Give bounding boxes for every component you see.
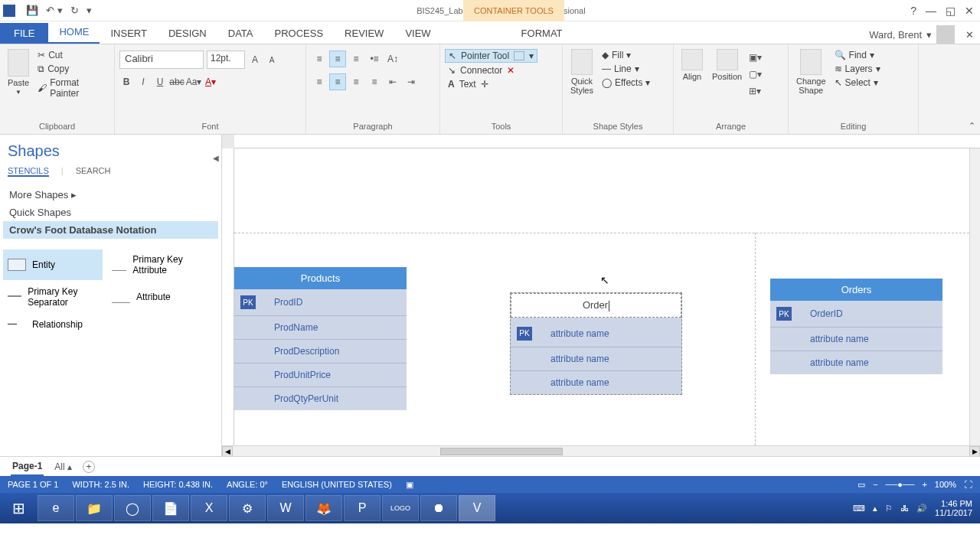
taskbar-visio[interactable]: V xyxy=(459,495,495,521)
taskbar-excel[interactable]: X xyxy=(191,495,227,521)
align-middle-button[interactable]: ≡ xyxy=(329,51,346,67)
attr-prodname[interactable]: ProdName xyxy=(274,322,318,333)
taskbar-recorder[interactable]: ⏺ xyxy=(420,495,457,521)
copy-button[interactable]: ⧉Copy xyxy=(35,63,109,75)
bold-button[interactable]: B xyxy=(119,75,133,89)
qat-customize-icon[interactable]: ▾ xyxy=(87,5,92,16)
delete-connector-icon[interactable]: ✕ xyxy=(507,65,514,76)
align-button[interactable]: Align xyxy=(678,47,706,83)
align-right-button[interactable]: ≡ xyxy=(348,73,364,90)
tab-design[interactable]: DESIGN xyxy=(158,23,217,44)
taskbar-explorer[interactable]: 📁 xyxy=(76,495,113,521)
attr-proddesc[interactable]: ProdDescription xyxy=(274,346,339,357)
restore-icon[interactable]: ◱ xyxy=(946,5,956,17)
indent-inc-button[interactable]: ⇥ xyxy=(403,73,420,90)
tray-keyboard-icon[interactable]: ⌨ xyxy=(853,504,865,514)
entity-order-editing[interactable]: Order PKattribute name attribute name at… xyxy=(510,292,682,395)
tray-flag-icon[interactable]: ⚐ xyxy=(885,504,893,514)
user-avatar-icon[interactable] xyxy=(936,25,955,44)
attr-placeholder[interactable]: attribute name xyxy=(550,328,609,339)
taskbar-ie[interactable]: e xyxy=(38,495,74,521)
attr-prodqty[interactable]: ProdQtyPerUnit xyxy=(274,393,338,404)
close-doc-icon[interactable]: ✕ xyxy=(965,29,974,41)
scroll-thumb[interactable] xyxy=(440,448,563,455)
tab-insert[interactable]: INSERT xyxy=(100,23,157,44)
user-name[interactable]: Ward, Brent xyxy=(869,29,922,41)
connection-point-icon[interactable]: ✛ xyxy=(481,79,488,90)
taskbar-logo[interactable]: LOGO xyxy=(382,495,419,521)
stencil-pk-attribute[interactable]: Primary Key Attribute xyxy=(107,249,207,280)
justify-button[interactable]: ≡ xyxy=(366,73,383,90)
close-icon[interactable]: ✕ xyxy=(965,5,974,17)
tray-up-icon[interactable]: ▴ xyxy=(873,504,877,514)
entity-products[interactable]: Products PKProdID ProdName ProdDescripti… xyxy=(234,267,407,410)
help-icon[interactable]: ? xyxy=(910,5,916,17)
zoom-slider[interactable]: ──●── xyxy=(886,480,915,489)
underline-button[interactable]: U xyxy=(153,75,167,89)
taskbar-word[interactable]: W xyxy=(267,495,304,521)
tab-process[interactable]: PROCESS xyxy=(264,23,335,44)
attr-orderid[interactable]: OrderID xyxy=(810,308,843,319)
entity-orders-title[interactable]: Orders xyxy=(770,279,942,301)
zoom-level[interactable]: 100% xyxy=(935,480,956,489)
crows-foot-category[interactable]: Crow's Foot Database Notation xyxy=(3,221,218,239)
entity-orders[interactable]: Orders PKOrderID attribute name attribut… xyxy=(770,279,942,374)
shapes-collapse-icon[interactable]: ◀ xyxy=(211,153,220,162)
select-button[interactable]: ↖Select▾ xyxy=(832,77,883,89)
page-tab-all[interactable]: All ▴ xyxy=(54,461,72,472)
pointer-tool-button[interactable]: ↖Pointer Tool▾ xyxy=(445,49,537,63)
attr-placeholder[interactable]: attribute name xyxy=(550,354,609,364)
taskbar-notepad[interactable]: 📄 xyxy=(152,495,189,521)
presentation-mode-icon[interactable]: ▭ xyxy=(858,480,865,490)
bring-front-button[interactable]: ▣▾ xyxy=(748,51,762,64)
ribbon-collapse-icon[interactable]: ⌃ xyxy=(969,121,975,131)
entity-products-title[interactable]: Products xyxy=(234,267,407,289)
search-shapes-tab[interactable]: SEARCH xyxy=(76,166,111,177)
qat-redo-icon[interactable]: ↻ xyxy=(70,5,79,16)
strike-button[interactable]: abc xyxy=(170,75,184,89)
font-name-select[interactable]: Calibri xyxy=(119,51,204,69)
font-color-button[interactable]: A▾ xyxy=(204,75,217,89)
add-page-button[interactable]: + xyxy=(83,461,95,473)
connector-tool-button[interactable]: ↘Connector✕ xyxy=(445,64,518,77)
scroll-left-icon[interactable]: ◀ xyxy=(222,446,233,457)
send-back-button[interactable]: ▢▾ xyxy=(748,67,762,81)
attr-placeholder[interactable]: attribute name xyxy=(810,334,869,344)
effects-button[interactable]: ◯Effects▾ xyxy=(599,77,652,89)
case-button[interactable]: Aa▾ xyxy=(187,75,201,89)
font-size-select[interactable]: 12pt. xyxy=(207,51,245,69)
tab-view[interactable]: VIEW xyxy=(394,23,441,44)
position-button[interactable]: Position xyxy=(709,47,745,83)
bullets-button[interactable]: •≡ xyxy=(366,51,383,67)
minimize-icon[interactable]: — xyxy=(926,5,936,17)
start-button[interactable]: ⊞ xyxy=(0,493,37,523)
stencil-relationship[interactable]: —Relationship xyxy=(3,314,103,335)
scroll-right-icon[interactable]: ▶ xyxy=(969,446,980,457)
align-left-button[interactable]: ≡ xyxy=(311,73,328,90)
qat-save-icon[interactable]: 💾 xyxy=(26,5,38,16)
quick-styles-button[interactable]: Quick Styles xyxy=(567,47,596,96)
indent-dec-button[interactable]: ⇤ xyxy=(384,73,401,90)
line-button[interactable]: ―Line▾ xyxy=(599,63,652,75)
stencil-pk-separator[interactable]: Primary Key Separator xyxy=(3,282,103,312)
cut-button[interactable]: ✂Cut xyxy=(35,49,109,61)
tray-date[interactable]: 11/1/2017 xyxy=(935,508,972,517)
shrink-font-button[interactable]: A xyxy=(265,53,279,67)
horizontal-scrollbar[interactable]: ◀ ▶ xyxy=(222,445,980,456)
paste-button[interactable]: Paste▼ xyxy=(5,47,32,97)
zoom-out-button[interactable]: − xyxy=(873,480,877,489)
rect-tool-icon[interactable] xyxy=(514,51,524,60)
change-shape-button[interactable]: Change Shape xyxy=(793,47,829,96)
attr-prodid[interactable]: ProdID xyxy=(274,297,302,308)
entity-order-title-input[interactable]: Order xyxy=(511,293,681,318)
taskbar-settings[interactable]: ⚙ xyxy=(229,495,266,521)
format-painter-button[interactable]: 🖌Format Painter xyxy=(35,77,109,99)
text-tool-button[interactable]: AText✛ xyxy=(445,78,492,90)
tray-volume-icon[interactable]: 🔊 xyxy=(916,504,927,514)
fit-page-icon[interactable]: ⛶ xyxy=(964,480,972,489)
stencils-tab[interactable]: STENCILS xyxy=(8,166,49,177)
align-top-button[interactable]: ≡ xyxy=(311,51,328,67)
stencil-attribute[interactable]: Attribute xyxy=(107,282,207,312)
attr-placeholder[interactable]: attribute name xyxy=(810,357,869,368)
fill-button[interactable]: ◆Fill▾ xyxy=(599,49,652,61)
